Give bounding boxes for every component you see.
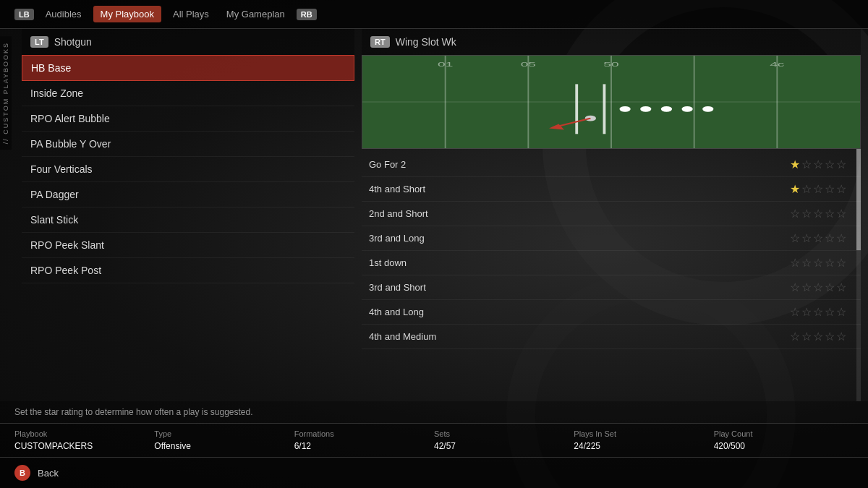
star-icon[interactable]: ☆ [813,158,823,171]
star-icon[interactable]: ☆ [836,281,846,294]
stars-0[interactable]: ★ ☆ ☆ ☆ ☆ [790,158,846,171]
star-icon[interactable]: ☆ [790,207,800,221]
scrollbar-track[interactable] [856,149,861,401]
star-icon[interactable]: ☆ [790,305,800,319]
rating-row-2: 2nd and Short ☆ ☆ ☆ ☆ ☆ [362,202,861,226]
star-icon[interactable]: ★ [790,158,800,171]
stat-value-sets: 42/57 [434,441,574,451]
star-icon[interactable]: ☆ [790,281,800,294]
star-icon[interactable]: ☆ [813,305,823,319]
star-icon[interactable]: ☆ [813,330,823,343]
play-item-3[interactable]: PA Bubble Y Over [22,132,354,157]
star-icon[interactable]: ☆ [813,256,823,270]
rating-row-1: 4th and Short ★ ☆ ☆ ☆ ☆ [362,177,861,202]
stat-value-type: Offensive [154,441,294,451]
star-icon[interactable]: ☆ [801,231,812,245]
play-detail-badge: RT [370,36,390,48]
lb-badge[interactable]: LB [14,9,34,20]
stat-value-formations: 6/12 [294,441,434,451]
stat-value-plays-in-set: 24/225 [574,441,713,451]
formation-header: LT Shotgun [22,29,354,55]
star-icon[interactable]: ☆ [836,330,846,343]
star-icon[interactable]: ☆ [801,330,812,343]
rating-label-6: 4th and Long [369,307,463,317]
svg-point-13 [619,106,630,112]
stars-1[interactable]: ★ ☆ ☆ ☆ ☆ [790,182,846,196]
star-icon[interactable]: ☆ [825,158,835,171]
star-icon[interactable]: ★ [790,182,800,196]
stars-4[interactable]: ☆ ☆ ☆ ☆ ☆ [790,256,846,270]
play-item-5[interactable]: PA Dagger [22,182,354,207]
play-item-7[interactable]: RPO Peek Slant [22,233,354,258]
stats-row: Playbook CUSTOMPACKERS Type Offensive Fo… [0,423,868,457]
star-icon[interactable]: ☆ [801,158,812,171]
formation-badge: LT [30,36,48,48]
rating-row-7: 4th and Medium ☆ ☆ ☆ ☆ ☆ [362,325,861,349]
stat-label-formations: Formations [294,429,434,438]
star-icon[interactable]: ☆ [813,281,823,294]
back-button-badge: B [14,465,30,481]
stat-label-playbook: Playbook [14,429,154,438]
star-icon[interactable]: ☆ [801,256,812,270]
play-detail-name: Wing Slot Wk [396,36,456,48]
back-button-label[interactable]: Back [38,468,59,479]
rating-label-0: Go For 2 [369,159,463,170]
star-icon[interactable]: ☆ [825,330,835,343]
play-item-2[interactable]: RPO Alert Bubble [22,106,354,132]
stars-6[interactable]: ☆ ☆ ☆ ☆ ☆ [790,305,846,319]
play-item-0[interactable]: HB Base [22,55,354,81]
svg-point-17 [702,106,713,112]
star-icon[interactable]: ☆ [790,330,800,343]
stars-5[interactable]: ☆ ☆ ☆ ☆ ☆ [790,281,846,294]
star-icon[interactable]: ☆ [813,182,823,196]
star-icon[interactable]: ☆ [825,305,835,319]
svg-text:01: 01 [438,60,453,68]
star-icon[interactable]: ☆ [801,182,812,196]
star-icon[interactable]: ☆ [790,231,800,245]
star-icon[interactable]: ☆ [825,256,835,270]
play-item-4[interactable]: Four Verticals [22,157,354,182]
tab-my-playbook[interactable]: My Playbook [93,6,161,22]
right-panel: RT Wing Slot Wk 01 05 50 [354,29,868,401]
tab-my-gameplan[interactable]: My Gameplan [221,6,291,22]
plays-list: HB Base Inside Zone RPO Alert Bubble PA … [22,55,354,401]
play-item-6[interactable]: Slant Stick [22,207,354,233]
play-item-8[interactable]: RPO Peek Post [22,258,354,283]
svg-point-16 [681,106,692,112]
rating-row-4: 1st down ☆ ☆ ☆ ☆ ☆ [362,251,861,275]
rating-label-3: 3rd and Long [369,233,463,244]
play-detail-header: RT Wing Slot Wk [362,29,861,55]
formation-name: Shotgun [54,36,92,48]
star-icon[interactable]: ☆ [836,256,846,270]
star-icon[interactable]: ☆ [836,231,846,245]
star-icon[interactable]: ☆ [813,207,823,221]
stars-7[interactable]: ☆ ☆ ☆ ☆ ☆ [790,330,846,343]
star-icon[interactable]: ☆ [836,207,846,221]
star-icon[interactable]: ☆ [825,182,835,196]
stat-label-sets: Sets [434,429,574,438]
rating-row-6: 4th and Long ☆ ☆ ☆ ☆ ☆ [362,300,861,325]
star-icon[interactable]: ☆ [825,207,835,221]
tab-audibles[interactable]: Audibles [40,6,88,22]
stars-2[interactable]: ☆ ☆ ☆ ☆ ☆ [790,207,846,221]
star-icon[interactable]: ☆ [836,305,846,319]
info-text: Set the star rating to determine how oft… [0,401,868,423]
star-icon[interactable]: ☆ [825,281,835,294]
scrollbar-thumb[interactable] [856,149,861,250]
stars-3[interactable]: ☆ ☆ ☆ ☆ ☆ [790,231,846,245]
star-icon[interactable]: ☆ [836,158,846,171]
star-icon[interactable]: ☆ [801,207,812,221]
star-icon[interactable]: ☆ [836,182,846,196]
rating-label-1: 4th and Short [369,184,463,194]
stat-value-play-count: 420/500 [714,441,854,451]
play-item-1[interactable]: Inside Zone [22,81,354,106]
svg-text:50: 50 [603,60,618,68]
star-icon[interactable]: ☆ [801,305,812,319]
star-icon[interactable]: ☆ [801,281,812,294]
tab-all-plays[interactable]: All Plays [167,6,215,22]
rb-badge[interactable]: RB [297,9,317,20]
star-icon[interactable]: ☆ [813,231,823,245]
star-icon[interactable]: ☆ [825,231,835,245]
left-panel: LT Shotgun HB Base Inside Zone RPO Alert… [22,29,354,401]
star-icon[interactable]: ☆ [790,256,800,270]
